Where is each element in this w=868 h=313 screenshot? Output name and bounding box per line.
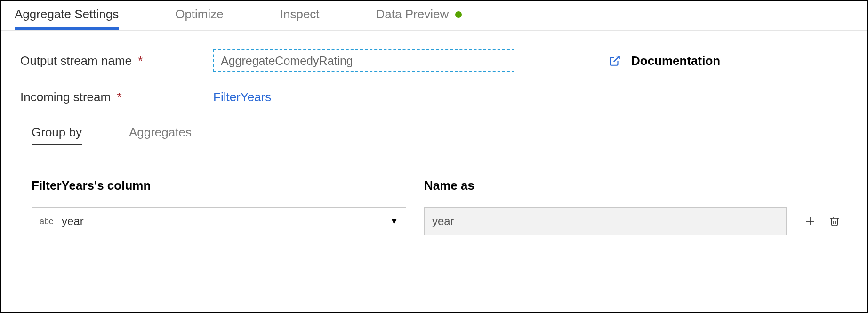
documentation-link[interactable]: Documentation — [609, 54, 720, 68]
main-tabs: Aggregate Settings Optimize Inspect Data… — [1, 1, 867, 31]
svg-line-0 — [614, 56, 619, 62]
add-row-button[interactable] — [801, 212, 820, 231]
source-column-dropdown[interactable]: abc year ▼ — [32, 207, 406, 235]
label-text: Output stream name — [20, 54, 132, 68]
required-asterisk: * — [138, 54, 143, 68]
subtab-label: Aggregates — [129, 125, 192, 139]
type-badge-abc-icon: abc — [40, 217, 53, 226]
dropdown-value: year — [62, 215, 390, 228]
tab-optimize[interactable]: Optimize — [175, 0, 224, 30]
output-stream-name-input[interactable] — [213, 49, 514, 72]
name-as-header: Name as — [424, 178, 474, 193]
status-indicator-icon — [455, 11, 462, 18]
tab-inspect[interactable]: Inspect — [280, 0, 320, 30]
incoming-stream-value[interactable]: FilterYears — [213, 90, 271, 104]
plus-icon — [804, 215, 816, 227]
tab-label: Aggregate Settings — [15, 7, 119, 22]
tab-data-preview[interactable]: Data Preview — [376, 0, 462, 30]
tab-label: Inspect — [280, 7, 320, 22]
trash-icon — [829, 215, 840, 227]
tab-label: Data Preview — [376, 7, 449, 22]
required-asterisk: * — [117, 90, 121, 104]
delete-row-button[interactable] — [825, 212, 844, 231]
group-by-row: abc year ▼ — [32, 207, 848, 235]
sub-tabs: Group by Aggregates — [32, 122, 848, 145]
name-as-input[interactable] — [424, 207, 787, 235]
documentation-label: Documentation — [631, 54, 720, 68]
output-stream-name-label: Output stream name * — [20, 54, 213, 68]
subtab-aggregates[interactable]: Aggregates — [129, 122, 192, 145]
label-text: Incoming stream — [20, 90, 111, 104]
external-link-icon — [609, 55, 621, 67]
tab-label: Optimize — [175, 7, 224, 22]
chevron-down-icon: ▼ — [390, 217, 398, 226]
subtab-group-by[interactable]: Group by — [32, 122, 82, 145]
tab-aggregate-settings[interactable]: Aggregate Settings — [15, 0, 119, 30]
source-column-header: FilterYears's column — [32, 178, 424, 193]
subtab-label: Group by — [32, 125, 82, 139]
incoming-stream-label: Incoming stream * — [20, 90, 213, 104]
